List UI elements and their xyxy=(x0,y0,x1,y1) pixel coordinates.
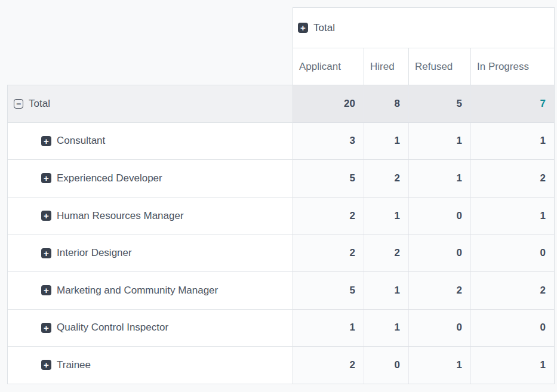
pivot-cell[interactable]: 5 xyxy=(409,85,471,123)
pivot-cell[interactable]: 20 xyxy=(293,85,364,123)
row-header-consultant[interactable]: +Consultant xyxy=(8,122,293,160)
row-header-trainee[interactable]: +Trainee xyxy=(8,347,293,384)
pivot-cell[interactable]: 2 xyxy=(364,234,409,272)
table-row: +Marketing and Community Manager5122 xyxy=(8,271,555,309)
plus-square-icon[interactable]: + xyxy=(41,248,51,258)
pivot-cell[interactable]: 0 xyxy=(409,234,471,272)
pivot-cell[interactable]: 0 xyxy=(409,309,471,347)
pivot-cell[interactable]: 2 xyxy=(409,271,471,309)
row-label: Experienced Developer xyxy=(57,172,162,184)
row-header-marketing-and-community-manager[interactable]: +Marketing and Community Manager xyxy=(8,271,293,309)
row-label: Trainee xyxy=(57,359,91,371)
table-row: −Total20857 xyxy=(8,85,555,123)
row-header-experienced-developer[interactable]: +Experienced Developer xyxy=(8,160,293,197)
pivot-table-container: + Total ApplicantHiredRefusedIn Progress… xyxy=(7,7,555,384)
corner-cell xyxy=(8,8,293,48)
corner-cell xyxy=(8,48,293,85)
row-header-interior-designer[interactable]: +Interior Designer xyxy=(8,234,293,272)
row-header-quality-control-inspector[interactable]: +Quality Control Inspector xyxy=(8,309,293,347)
measure-header-hired[interactable]: Hired xyxy=(364,48,409,85)
plus-square-icon[interactable]: + xyxy=(41,285,51,295)
pivot-cell[interactable]: 1 xyxy=(409,347,471,384)
row-header-human-resources-manager[interactable]: +Human Resources Manager xyxy=(8,197,293,234)
pivot-cell-highlighted[interactable]: 7 xyxy=(471,85,555,123)
pivot-table: + Total ApplicantHiredRefusedIn Progress… xyxy=(7,7,555,384)
pivot-cell[interactable]: 1 xyxy=(471,122,555,160)
measure-header-row: ApplicantHiredRefusedIn Progress xyxy=(8,48,555,85)
plus-square-icon[interactable]: + xyxy=(41,323,51,333)
pivot-cell[interactable]: 2 xyxy=(293,234,364,272)
column-group-label: Total xyxy=(313,22,335,34)
pivot-cell[interactable]: 8 xyxy=(364,85,409,123)
pivot-cell[interactable]: 0 xyxy=(471,309,555,347)
measure-header-applicant[interactable]: Applicant xyxy=(293,48,364,85)
pivot-cell[interactable]: 2 xyxy=(364,160,409,197)
pivot-cell[interactable]: 5 xyxy=(293,271,364,309)
table-row: +Experienced Developer5212 xyxy=(8,160,555,197)
plus-square-icon[interactable]: + xyxy=(41,360,51,370)
pivot-cell[interactable]: 1 xyxy=(364,271,409,309)
pivot-cell[interactable]: 0 xyxy=(409,197,471,234)
plus-square-icon[interactable]: + xyxy=(41,136,51,146)
plus-square-icon[interactable]: + xyxy=(41,173,51,183)
pivot-body: −Total20857+Consultant3111+Experienced D… xyxy=(8,85,555,384)
measure-header-in-progress[interactable]: In Progress xyxy=(471,48,555,85)
pivot-cell[interactable]: 1 xyxy=(471,197,555,234)
plus-square-icon[interactable]: + xyxy=(298,23,308,33)
row-label: Human Resources Manager xyxy=(57,210,184,222)
table-row: +Consultant3111 xyxy=(8,122,555,160)
column-group-header-total[interactable]: + Total xyxy=(293,8,555,48)
table-row: +Interior Designer2200 xyxy=(8,234,555,272)
table-row: +Quality Control Inspector1100 xyxy=(8,309,555,347)
row-label: Quality Control Inspector xyxy=(57,322,168,334)
pivot-cell[interactable]: 1 xyxy=(364,309,409,347)
measure-header-refused[interactable]: Refused xyxy=(409,48,471,85)
pivot-cell[interactable]: 2 xyxy=(293,197,364,234)
plus-square-icon[interactable]: + xyxy=(41,211,51,221)
row-label: Consultant xyxy=(57,135,105,147)
pivot-cell[interactable]: 0 xyxy=(364,347,409,384)
row-label: Interior Designer xyxy=(57,247,132,259)
minus-square-icon[interactable]: − xyxy=(14,99,23,109)
row-header-total[interactable]: −Total xyxy=(8,85,293,123)
pivot-cell[interactable]: 5 xyxy=(293,160,364,197)
pivot-cell[interactable]: 1 xyxy=(364,122,409,160)
pivot-cell[interactable]: 2 xyxy=(471,271,555,309)
column-group-header-row: + Total xyxy=(8,8,555,48)
table-row: +Human Resources Manager2101 xyxy=(8,197,555,234)
pivot-cell[interactable]: 2 xyxy=(293,347,364,384)
pivot-cell[interactable]: 3 xyxy=(293,122,364,160)
pivot-cell[interactable]: 0 xyxy=(471,234,555,272)
pivot-cell[interactable]: 2 xyxy=(471,160,555,197)
pivot-cell[interactable]: 1 xyxy=(471,347,555,384)
pivot-cell[interactable]: 1 xyxy=(364,197,409,234)
pivot-cell[interactable]: 1 xyxy=(293,309,364,347)
pivot-cell[interactable]: 1 xyxy=(409,160,471,197)
pivot-cell[interactable]: 1 xyxy=(409,122,471,160)
row-label: Total xyxy=(29,98,50,110)
row-label: Marketing and Community Manager xyxy=(57,285,218,297)
table-row: +Trainee2011 xyxy=(8,347,555,384)
